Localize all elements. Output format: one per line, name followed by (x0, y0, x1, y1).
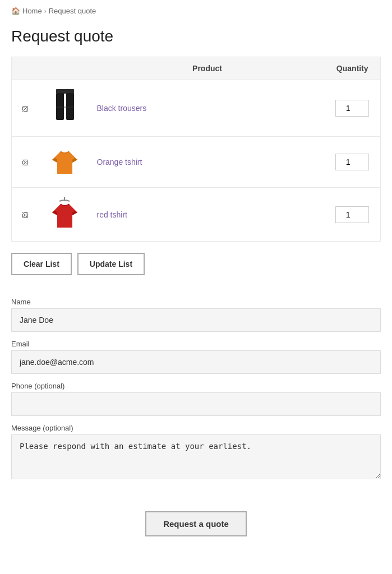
clear-list-button[interactable]: Clear List (11, 253, 72, 275)
email-input[interactable] (11, 350, 381, 374)
svg-rect-1 (56, 93, 64, 120)
col-header-remove (12, 57, 40, 80)
breadcrumb-current: Request quote (49, 7, 96, 15)
name-label: Name (11, 298, 381, 306)
table-row: ⦻ Black trousers (12, 80, 381, 137)
col-header-product: Product (90, 57, 325, 80)
quantity-input[interactable] (335, 100, 369, 117)
home-icon: 🏠 (11, 7, 20, 15)
product-image-cell (40, 137, 90, 188)
email-field-group: Email (11, 340, 381, 374)
remove-item-button[interactable]: ⦻ (21, 103, 31, 113)
message-label: Message (optional) (11, 424, 381, 432)
email-label: Email (11, 340, 381, 348)
tshirt-red-image (49, 197, 80, 230)
remove-item-button[interactable]: ⦻ (21, 157, 31, 167)
quantity-input[interactable] (335, 154, 369, 170)
svg-rect-0 (56, 89, 74, 94)
submit-row: Request a quote (0, 500, 392, 553)
message-field-group: Message (optional) Please respond with a… (11, 424, 381, 481)
tshirt-orange-image (49, 146, 80, 177)
name-field-group: Name (11, 298, 381, 332)
quote-table: Product Quantity ⦻ Black trousers⦻ (11, 57, 381, 242)
breadcrumb: 🏠 Home › Request quote (0, 0, 392, 22)
quantity-input[interactable] (335, 206, 369, 223)
page-title: Request quote (0, 22, 392, 57)
update-list-button[interactable]: Update List (77, 253, 145, 275)
breadcrumb-home-link[interactable]: Home (22, 7, 42, 15)
remove-item-button[interactable]: ⦻ (21, 210, 31, 220)
col-header-quantity: Quantity (325, 57, 381, 80)
trousers-image (54, 89, 76, 126)
action-buttons: Clear List Update List (0, 242, 392, 286)
request-quote-button[interactable]: Request a quote (145, 511, 247, 536)
svg-rect-2 (66, 93, 74, 120)
message-textarea[interactable]: Please respond with an estimate at your … (11, 434, 381, 479)
breadcrumb-separator: › (44, 7, 47, 15)
table-row: ⦻ red tshirt (12, 188, 381, 242)
product-image-cell (40, 80, 90, 137)
name-input[interactable] (11, 308, 381, 332)
table-row: ⦻ Orange tshirt (12, 137, 381, 188)
phone-field-group: Phone (optional) (11, 382, 381, 416)
product-name-link[interactable]: Black trousers (97, 104, 147, 113)
phone-label: Phone (optional) (11, 382, 381, 390)
product-image-cell (40, 188, 90, 242)
form-section: Name Email Phone (optional) Message (opt… (0, 286, 392, 500)
product-name-link[interactable]: Orange tshirt (97, 158, 142, 166)
product-name-link[interactable]: red tshirt (97, 210, 127, 219)
phone-input[interactable] (11, 392, 381, 416)
col-header-image (40, 57, 90, 80)
